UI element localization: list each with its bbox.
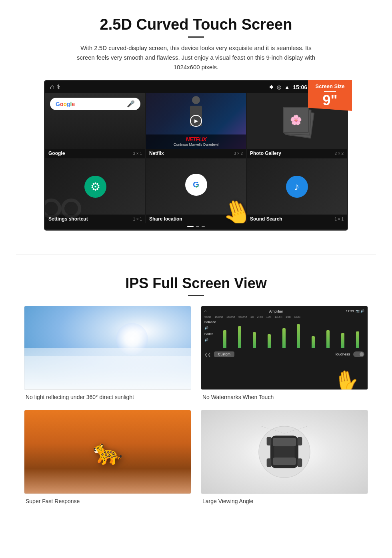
eq-bar-7 xyxy=(312,336,315,348)
eq-statusbar: ⌂ Amplifier 17:33 📷 🔊 xyxy=(204,309,364,313)
flower-icon: 🌸 xyxy=(284,108,308,132)
share-app-name: Share location xyxy=(149,216,182,222)
google-label-row: Google 3 × 1 xyxy=(45,149,145,158)
eq-bar-1 xyxy=(223,330,226,348)
netflix-app-name: Netflix xyxy=(149,151,164,156)
sound-app-cell[interactable]: ♪ Sound Search 1 × 1 xyxy=(247,159,347,223)
svg-rect-7 xyxy=(267,458,272,467)
settings-app-inner: ⚙ xyxy=(45,159,145,215)
sound-app-size: 1 × 1 xyxy=(334,217,344,221)
eq-controls: Balance 🔊 Fader 🔊 xyxy=(204,320,364,348)
eq-bar-5 xyxy=(282,328,286,348)
badge-divider xyxy=(324,91,336,92)
netflix-app-size: 3 × 2 xyxy=(234,151,243,156)
eq-bar-3 xyxy=(253,332,256,348)
svg-rect-4 xyxy=(274,446,294,458)
bluetooth-icon: ✱ xyxy=(269,84,274,90)
eq-bars-container xyxy=(218,320,364,348)
device-container: Screen Size 9" ⌂ ⚕ ✱ ◎ ▲ 15:06 📷 🔊 xyxy=(44,80,348,231)
eq-bottom: ❮❮ Custom loudness xyxy=(204,351,364,357)
gallery-app-size: 2 × 2 xyxy=(334,151,344,156)
section1-title: 2.5D Curved Touch Screen xyxy=(24,16,368,33)
eq-time: 17:33 xyxy=(346,309,354,313)
status-time: 15:06 xyxy=(293,84,307,90)
eq-bar-10 xyxy=(356,331,359,348)
netflix-logo: NETFLIX xyxy=(149,136,243,143)
status-bar: ⌂ ⚕ ✱ ◎ ▲ 15:06 📷 🔊 ✖ ▭ xyxy=(45,81,347,93)
feature-caption-2: No Watermarks When Touch xyxy=(201,394,368,400)
bg-circles xyxy=(45,199,81,219)
eq-bar-4 xyxy=(268,334,271,348)
sound-app-name: Sound Search xyxy=(250,216,282,222)
eq-bar-9 xyxy=(341,333,344,348)
eq-icons: 📷 🔊 xyxy=(356,309,364,313)
feature-caption-4: Large Viewing Angle xyxy=(201,498,368,504)
google-app-cell[interactable]: Google 🎤 Google 3 × 1 xyxy=(45,93,145,158)
bg-circle-1 xyxy=(45,199,61,219)
eq-bar-8 xyxy=(326,330,330,348)
sound-app-inner: ♪ xyxy=(247,159,347,215)
home-icon[interactable]: ⌂ xyxy=(50,83,54,91)
play-button[interactable]: ▶ xyxy=(190,115,202,127)
feature-grid: No light reflecting under 360° direct su… xyxy=(24,306,368,504)
section1-divider xyxy=(188,36,204,38)
svg-rect-3 xyxy=(273,458,296,465)
google-search-bar[interactable]: Google 🎤 xyxy=(50,98,140,110)
bg-circle-2 xyxy=(61,199,81,219)
netflix-label-row: Netflix 3 × 2 xyxy=(146,149,246,158)
section2-title: IPS Full Screen View xyxy=(24,275,368,292)
maps-icon: G ✓ xyxy=(185,174,207,196)
feature-fast: 🐆 Super Fast Response xyxy=(24,410,191,504)
section-curved: 2.5D Curved Touch Screen With 2.5D curve… xyxy=(0,0,392,243)
wifi-icon: ▲ xyxy=(284,84,290,90)
eq-bar-2 xyxy=(238,326,241,348)
svg-rect-6 xyxy=(298,437,302,446)
cheetah-image: 🐆 xyxy=(24,410,191,494)
feature-img-sunlight xyxy=(24,306,191,390)
google-logo: Google xyxy=(56,101,75,107)
badge-size: 9" xyxy=(322,92,337,108)
dot-3[interactable] xyxy=(202,226,205,227)
netflix-bg: ▶ NETFLIX Continue Marvel's Daredevil xyxy=(146,93,246,149)
dot-1[interactable] xyxy=(187,226,194,227)
eq-home-icon: ⌂ xyxy=(204,309,206,313)
feature-sunlight: No light reflecting under 360° direct su… xyxy=(24,306,191,400)
settings-icon: ⚙ xyxy=(84,176,106,198)
feature-img-touch: ⌂ Amplifier 17:33 📷 🔊 60hz100hz200hz500h… xyxy=(201,306,368,390)
car-svg xyxy=(256,424,312,480)
feature-img-fast: 🐆 xyxy=(24,410,191,494)
sound-label-row: Sound Search 1 × 1 xyxy=(247,215,347,223)
netflix-app-inner: ▶ NETFLIX Continue Marvel's Daredevil xyxy=(146,93,246,149)
feature-caption-1: No light reflecting under 360° direct su… xyxy=(24,394,191,400)
feature-angle: Large Viewing Angle xyxy=(201,410,368,504)
pagination-dots xyxy=(45,223,347,229)
photo-stack: 🌸 xyxy=(281,105,313,137)
section1-description: With 2.5D curved-display screen, this de… xyxy=(72,43,320,72)
screen-size-badge: Screen Size 9" xyxy=(308,80,352,111)
google-app-size: 3 × 1 xyxy=(133,151,142,156)
netflix-sub: Continue Marvel's Daredevil xyxy=(149,143,243,147)
location-icon: ◎ xyxy=(277,84,281,90)
settings-app-cell[interactable]: ⚙ Settings shortcut 1 × 1 xyxy=(45,159,145,223)
share-app-cell[interactable]: G ✓ 🤚 Share location 1 × 1 xyxy=(146,159,246,223)
share-app-inner: G ✓ 🤚 xyxy=(146,159,246,215)
photo-front: 🌸 xyxy=(283,107,309,133)
eq-title-text: Amplifier xyxy=(208,309,344,313)
badge-label: Screen Size xyxy=(312,83,348,89)
google-app-name: Google xyxy=(48,151,65,156)
eq-bar-6 xyxy=(297,324,300,348)
netflix-app-cell[interactable]: ▶ NETFLIX Continue Marvel's Daredevil Ne… xyxy=(146,93,246,158)
hand-touch-icon: ✋ xyxy=(332,367,362,390)
music-icon: ♪ xyxy=(286,176,308,198)
sky-image xyxy=(24,306,191,389)
section-ips: IPS Full Screen View No light reflecting… xyxy=(0,267,392,520)
feature-touch: ⌂ Amplifier 17:33 📷 🔊 60hz100hz200hz500h… xyxy=(201,306,368,400)
page-divider xyxy=(16,255,376,255)
device-wrapper: Screen Size 9" ⌂ ⚕ ✱ ◎ ▲ 15:06 📷 🔊 xyxy=(24,80,368,231)
gallery-app-name: Photo Gallery xyxy=(250,151,281,156)
google-mic-icon[interactable]: 🎤 xyxy=(127,100,135,108)
feature-caption-3: Super Fast Response xyxy=(24,498,191,504)
app-grid: Google 🎤 Google 3 × 1 xyxy=(45,93,347,223)
gallery-label-row: Photo Gallery 2 × 2 xyxy=(247,149,347,158)
dot-2[interactable] xyxy=(196,226,199,227)
